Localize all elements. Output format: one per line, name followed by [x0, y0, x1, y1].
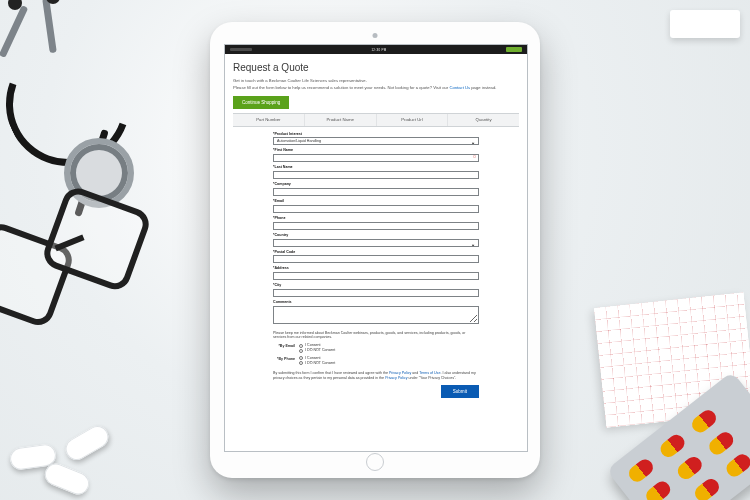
- phone-consent-yes-radio[interactable]: [299, 356, 303, 360]
- consent-lead: Please keep me informed about Beckman Co…: [273, 331, 479, 341]
- prop-pills: [10, 392, 130, 492]
- comments-textarea[interactable]: [273, 306, 479, 324]
- label-phone: *Phone: [273, 216, 479, 221]
- consent-email-heading: *By Email: [273, 343, 295, 349]
- svg-point-0: [473, 155, 475, 157]
- address-input[interactable]: [273, 272, 479, 280]
- prop-stethoscope: [0, 8, 130, 208]
- col-part-number: Part Number: [233, 114, 305, 126]
- terms-of-use-link[interactable]: Terms of Use: [419, 371, 440, 375]
- label-product-interest: *Product Interest: [273, 132, 479, 137]
- label-city: *City: [273, 283, 479, 288]
- quote-table-header: Part Number Product Name Product Url Qua…: [233, 113, 519, 127]
- col-quantity: Quantity: [448, 114, 519, 126]
- email-input[interactable]: [273, 205, 479, 213]
- page-content: Request a Quote Get in touch with a Beck…: [225, 54, 527, 406]
- last-name-input[interactable]: [273, 171, 479, 179]
- tablet-camera: [373, 33, 378, 38]
- label-postal: *Postal Code: [273, 250, 479, 255]
- email-consent-yes-radio[interactable]: [299, 344, 303, 348]
- quote-form: *Product Interest Automation/Liquid Hand…: [273, 132, 479, 399]
- label-company: *Company: [273, 182, 479, 187]
- email-consent-no-radio[interactable]: [299, 349, 303, 353]
- label-address: *Address: [273, 266, 479, 271]
- status-bar: 12:30 PM: [225, 45, 527, 54]
- company-input[interactable]: [273, 188, 479, 196]
- legal-text: By submitting this form I confirm that I…: [273, 371, 479, 381]
- consent-email-row: *By Email I Consent I DO NOT Consent: [273, 343, 479, 353]
- col-product-name: Product Name: [305, 114, 377, 126]
- privacy-policy-link[interactable]: Privacy Policy: [389, 371, 411, 375]
- label-comments: Comments: [273, 300, 479, 305]
- scene: 12:30 PM Request a Quote Get in touch wi…: [0, 0, 750, 500]
- label-email: *Email: [273, 199, 479, 204]
- continue-shopping-button[interactable]: Continue Shopping: [233, 96, 289, 109]
- consent-phone-row: *By Phone I Consent I DO NOT Consent: [273, 356, 479, 366]
- phone-consent-no-radio[interactable]: [299, 361, 303, 365]
- tablet-device: 12:30 PM Request a Quote Get in touch wi…: [210, 22, 540, 478]
- postal-input[interactable]: [273, 255, 479, 263]
- first-name-input[interactable]: [273, 154, 479, 162]
- product-interest-value: Automation/Liquid Handling: [277, 139, 321, 144]
- phone-input[interactable]: [273, 222, 479, 230]
- required-icon: [473, 155, 476, 158]
- product-interest-select[interactable]: Automation/Liquid Handling ⌄: [273, 137, 479, 145]
- intro-line-1: Get in touch with a Beckman Coulter Life…: [233, 78, 519, 84]
- label-country: *Country: [273, 233, 479, 238]
- tablet-screen: 12:30 PM Request a Quote Get in touch wi…: [224, 44, 528, 452]
- col-product-url: Product Url: [377, 114, 449, 126]
- intro-line-2: Please fill out the form below to help u…: [233, 85, 519, 91]
- country-select[interactable]: ⌄: [273, 239, 479, 247]
- label-last-name: *Last Name: [273, 165, 479, 170]
- page-title: Request a Quote: [233, 61, 519, 75]
- intro-text-a: Please fill out the form below to help u…: [233, 85, 449, 90]
- consent-phone-heading: *By Phone: [273, 356, 295, 362]
- status-clock: 12:30 PM: [371, 48, 386, 52]
- city-input[interactable]: [273, 289, 479, 297]
- intro-text-b: page instead.: [470, 85, 496, 90]
- home-button[interactable]: [366, 453, 384, 471]
- privacy-policy-link-2[interactable]: Privacy Policy: [385, 376, 407, 380]
- email-consent-no[interactable]: I DO NOT Consent: [299, 348, 335, 353]
- status-left: [230, 48, 252, 51]
- battery-icon: [506, 47, 522, 52]
- phone-consent-no[interactable]: I DO NOT Consent: [299, 361, 335, 366]
- submit-button[interactable]: Submit: [441, 385, 479, 398]
- contact-us-link[interactable]: Contact Us: [449, 85, 470, 90]
- prop-small-box: [670, 10, 740, 38]
